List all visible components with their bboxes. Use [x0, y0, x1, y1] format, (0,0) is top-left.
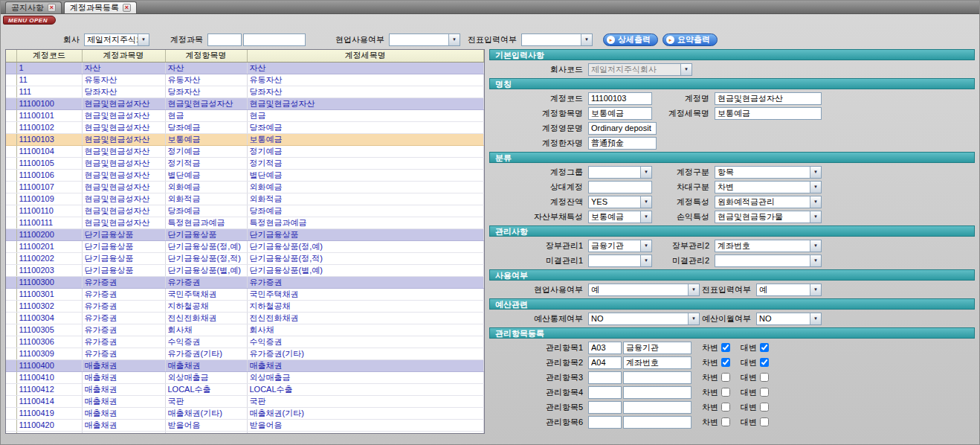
item-name-input[interactable]: [588, 107, 652, 120]
row-selector[interactable]: [6, 217, 16, 228]
table-row[interactable]: 11100104현금및현금성자산정기예금정기예금: [6, 145, 484, 157]
row-selector[interactable]: [6, 205, 16, 217]
summary-print-button[interactable]: ▸ 요약출력: [663, 33, 718, 46]
row-selector[interactable]: [6, 86, 16, 97]
table-row[interactable]: 11100414매출채권국판국판: [6, 395, 484, 407]
row-selector[interactable]: [6, 431, 16, 434]
row-selector[interactable]: [6, 157, 16, 169]
table-row[interactable]: 11100305유가증권회사채회사채: [6, 324, 484, 336]
table-row[interactable]: 11100309유가증권유가증권(기타)유가증권(기타): [6, 348, 484, 359]
table-row[interactable]: 11100110현금및현금성자산당좌예금당좌예금: [6, 205, 484, 217]
mgmt-item-code-input[interactable]: [588, 386, 622, 399]
table-row[interactable]: 11100202단기금융상품단기금융상품(정,적)단기금융상품(정,적): [6, 252, 484, 264]
debit-credit-select[interactable]: 차변 ▼: [715, 181, 822, 193]
pending-mgmt2-select[interactable]: ▼: [715, 254, 822, 267]
row-selector[interactable]: [6, 133, 16, 145]
account-name-input[interactable]: [715, 92, 822, 105]
counter-account-input[interactable]: [588, 181, 652, 193]
row-selector[interactable]: [6, 359, 16, 371]
table-row[interactable]: 11100304유가증권전신전화채권전신전화채권: [6, 312, 484, 324]
table-row[interactable]: 11100419매출채권매출채권(기타)매출채권(기타): [6, 407, 484, 419]
table-row[interactable]: 11100410매출채권외상매출금외상매출금: [6, 371, 484, 383]
mgmt-item-name-input[interactable]: [623, 416, 692, 429]
row-selector[interactable]: [6, 300, 16, 312]
grid-header-subject-name[interactable]: 계정과목명: [82, 50, 165, 62]
credit-checkbox[interactable]: [760, 373, 769, 382]
row-selector[interactable]: [6, 336, 16, 348]
table-row[interactable]: 11100107현금및현금성자산외화예금외화예금: [6, 181, 484, 193]
close-icon[interactable]: ×: [123, 4, 131, 12]
english-name-input[interactable]: [588, 122, 657, 135]
table-row[interactable]: 11100201단기금융상품단기금융상품(정,예)단기금융상품(정,예): [6, 240, 484, 252]
budget-carryover-select[interactable]: NO ▼: [756, 313, 822, 325]
row-selector[interactable]: [6, 193, 16, 205]
row-selector[interactable]: [6, 264, 16, 276]
mgmt-item-code-input[interactable]: [588, 356, 622, 369]
voucher-entry-select[interactable]: 예 ▼: [756, 284, 822, 296]
row-selector[interactable]: [6, 419, 16, 431]
row-selector[interactable]: [6, 312, 16, 324]
detail-print-button[interactable]: ▸ 상세출력: [603, 33, 658, 46]
row-selector[interactable]: [6, 276, 16, 288]
debit-checkbox[interactable]: [721, 403, 730, 412]
credit-checkbox[interactable]: [760, 343, 769, 352]
table-row[interactable]: 11100302유가증권지하철공채지하철공채: [6, 300, 484, 312]
pl-character-select[interactable]: 현금및현금등가물 ▼: [715, 211, 822, 223]
table-row[interactable]: 11100200단기금융상품단기금융상품단기금융상품: [6, 228, 484, 240]
menu-open-button[interactable]: MENU OPEN: [3, 16, 56, 25]
row-selector[interactable]: [6, 62, 16, 74]
row-selector[interactable]: [6, 383, 16, 395]
table-row[interactable]: 11100111현금및현금성자산특정현금과예금특정현금과예금: [6, 217, 484, 228]
table-row[interactable]: 11100109현금및현금성자산외화적금외화적금: [6, 193, 484, 205]
debit-checkbox[interactable]: [721, 417, 730, 426]
account-name-search-input[interactable]: [243, 33, 306, 46]
mgmt-item-name-input[interactable]: [623, 342, 692, 354]
mgmt-item-code-input[interactable]: [588, 416, 622, 429]
mgmt-item-name-input[interactable]: [623, 371, 692, 384]
row-selector[interactable]: [6, 288, 16, 300]
ledger-mgmt1-select[interactable]: 금융기관 ▼: [588, 240, 652, 252]
table-row[interactable]: 111당좌자산당좌자산당좌자산: [6, 86, 484, 97]
pending-mgmt1-select[interactable]: ▼: [588, 254, 652, 267]
row-selector[interactable]: [6, 169, 16, 181]
table-row[interactable]: 11100106현금및현금성자산별단예금별단예금: [6, 169, 484, 181]
table-row[interactable]: 11100400매출채권매출채권매출채권: [6, 359, 484, 371]
account-division-select[interactable]: 항목 ▼: [715, 166, 822, 179]
table-row[interactable]: 11100100현금및현금성자산현금및현금성자산현금및현금성자산: [6, 97, 484, 109]
mgmt-item-code-input[interactable]: [588, 401, 622, 414]
table-row[interactable]: 11100412매출채권LOCAL수출LOCAL수출: [6, 383, 484, 395]
credit-checkbox[interactable]: [760, 417, 769, 426]
row-selector[interactable]: [6, 240, 16, 252]
row-selector[interactable]: [6, 348, 16, 359]
debit-checkbox[interactable]: [721, 373, 730, 382]
row-selector[interactable]: [6, 181, 16, 193]
grid-header-item-name[interactable]: 계정항목명: [165, 50, 247, 62]
mgmt-item-code-input[interactable]: [588, 371, 622, 384]
row-selector[interactable]: [6, 395, 16, 407]
table-row[interactable]: 11유동자산유동자산유동자산: [6, 74, 484, 86]
debit-checkbox[interactable]: [721, 343, 730, 352]
row-selector[interactable]: [6, 371, 16, 383]
table-row[interactable]: 11100101현금및현금성자산현금현금: [6, 109, 484, 121]
tab-notice[interactable]: 공지사항 ×: [5, 1, 62, 13]
account-code-search-input[interactable]: [207, 33, 242, 46]
company-code-select[interactable]: 제일저지주식회사 ▼: [588, 63, 692, 76]
budget-control-select[interactable]: NO ▼: [588, 313, 700, 325]
mgmt-item-name-input[interactable]: [623, 356, 692, 369]
account-group-select[interactable]: ▼: [588, 166, 652, 179]
mgmt-item-code-input[interactable]: [588, 342, 622, 354]
row-selector[interactable]: [6, 121, 16, 133]
row-selector[interactable]: [6, 252, 16, 264]
debit-checkbox[interactable]: [721, 388, 730, 397]
asset-character-select[interactable]: 보통예금 ▼: [588, 211, 652, 223]
grid-header-detail-name[interactable]: 계정세목명: [247, 50, 484, 62]
ledger-mgmt2-select[interactable]: 계좌번호 ▼: [715, 240, 822, 252]
credit-checkbox[interactable]: [760, 358, 769, 367]
row-selector[interactable]: [6, 407, 16, 419]
row-selector[interactable]: [6, 74, 16, 86]
field-use-select[interactable]: 예 ▼: [588, 284, 700, 296]
debit-checkbox[interactable]: [721, 358, 730, 367]
table-row[interactable]: 11100203단기금융상품단기금융상품(별,예)단기금융상품(별,예): [6, 264, 484, 276]
field-use-filter-select[interactable]: ▼: [389, 33, 460, 46]
close-icon[interactable]: ×: [48, 4, 56, 12]
